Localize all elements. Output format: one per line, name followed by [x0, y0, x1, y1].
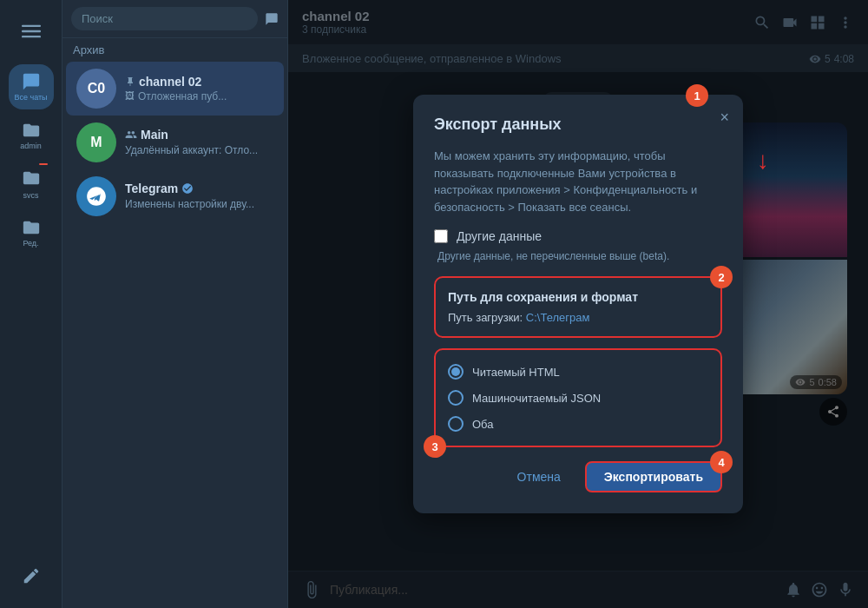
- cancel-button[interactable]: Отмена: [507, 463, 571, 491]
- radio-html-circle: [448, 364, 464, 380]
- chat-info-telegram: Telegram Изменены настройки дву...: [125, 182, 273, 211]
- export-modal: × Экспорт данных Мы можем хранить эту ин…: [413, 95, 743, 513]
- archive-label: Архив: [62, 38, 287, 62]
- format-section-wrapper: Читаемый HTML Машиночитаемый JSON Оба 3: [434, 348, 722, 447]
- sidebar-edit[interactable]: [9, 554, 54, 599]
- chat-item-channel02[interactable]: C0 channel 02 🖼 Отложенная пуб...: [66, 62, 284, 116]
- sidebar-admin-label: admin: [20, 142, 42, 150]
- step-badge-4: 4: [710, 451, 733, 473]
- radio-both-circle: [448, 416, 464, 432]
- chat-name-channel02: channel 02: [139, 75, 201, 89]
- radio-json[interactable]: Машиночитаемый JSON: [448, 385, 708, 411]
- group-icon: [125, 129, 137, 141]
- chat-preview-telegram: Изменены настройки дву...: [125, 198, 254, 210]
- modal-actions: Отмена Экспортировать 4: [434, 461, 722, 492]
- avatar-main: M: [76, 122, 116, 162]
- path-value[interactable]: C:\Телеграм: [526, 311, 590, 324]
- format-options: Читаемый HTML Машиночитаемый JSON Оба: [434, 348, 722, 447]
- path-row: Путь загрузки: C:\Телеграм: [448, 311, 708, 324]
- radio-json-label: Машиночитаемый JSON: [472, 392, 601, 405]
- sidebar-admin[interactable]: admin: [9, 113, 54, 158]
- chat-list-panel: Архив C0 channel 02 🖼 Отложенная пуб... …: [62, 0, 288, 608]
- path-section-title: Путь для сохранения и формат: [448, 290, 708, 304]
- chat-preview-channel02: Отложенная пуб...: [138, 90, 227, 102]
- other-data-label: Другие данные: [457, 229, 542, 243]
- step-badge-2: 2: [710, 266, 733, 288]
- sidebar-svcs-label: Ред.: [23, 239, 38, 248]
- chat-item-main[interactable]: M Main Удалённый аккаунт: Отло...: [66, 116, 284, 169]
- modal-description: Мы можем хранить эту информацию, чтобы п…: [434, 148, 722, 215]
- path-section: Путь для сохранения и формат Путь загруз…: [434, 276, 722, 338]
- feed-badge: [39, 163, 48, 165]
- verified-icon: [181, 182, 194, 195]
- modal-close-button[interactable]: ×: [720, 109, 729, 127]
- step-badge-3: 3: [424, 435, 446, 458]
- pin-icon: [125, 76, 135, 87]
- path-label: Путь загрузки:: [448, 311, 523, 324]
- svg-rect-0: [22, 25, 41, 27]
- main-chat-area: channel 02 3 подписчика Вложенное сообще…: [288, 0, 868, 608]
- export-button[interactable]: Экспортировать: [585, 461, 722, 492]
- radio-both-label: Оба: [472, 418, 494, 431]
- export-btn-wrapper: Экспортировать 4: [585, 461, 722, 492]
- arrow-down-annotation: ↓: [757, 147, 769, 175]
- chat-info-main: Main Удалённый аккаунт: Отло...: [125, 128, 273, 157]
- search-input[interactable]: [71, 7, 258, 30]
- modal-title: Экспорт данных: [434, 116, 722, 134]
- svg-rect-2: [22, 36, 41, 37]
- other-data-checkbox[interactable]: [434, 229, 448, 243]
- sidebar-all-chats[interactable]: Все чаты: [9, 64, 54, 109]
- step-badge-1: 1: [686, 84, 708, 107]
- sidebar-svcs[interactable]: Ред.: [9, 210, 54, 255]
- chat-item-telegram[interactable]: Telegram Изменены настройки дву...: [66, 169, 284, 223]
- compose-icon[interactable]: [265, 12, 279, 26]
- sidebar: Все чаты admin svcs Ред.: [0, 0, 62, 608]
- search-bar: [62, 0, 287, 38]
- radio-both[interactable]: Оба: [448, 411, 708, 437]
- other-data-desc: Другие данные, не перечисленные выше (be…: [437, 250, 722, 262]
- radio-html-label: Читаемый HTML: [472, 366, 560, 379]
- other-data-row: Другие данные: [434, 229, 722, 243]
- media-icon-label: 🖼: [125, 90, 135, 101]
- path-section-wrapper: Путь для сохранения и формат Путь загруз…: [434, 276, 722, 338]
- chat-preview-main: Удалённый аккаунт: Отло...: [125, 144, 258, 156]
- chat-name-main: Main: [141, 128, 168, 142]
- svg-rect-1: [22, 30, 41, 32]
- sidebar-feed-label: svcs: [23, 191, 39, 200]
- sidebar-all-chats-label: Все чаты: [14, 93, 47, 102]
- avatar-channel02: C0: [76, 69, 116, 109]
- avatar-telegram: [76, 176, 116, 216]
- sidebar-menu-button[interactable]: [9, 9, 54, 54]
- modal-overlay: × Экспорт данных Мы можем хранить эту ин…: [288, 0, 868, 608]
- radio-json-circle: [448, 390, 464, 406]
- radio-html[interactable]: Читаемый HTML: [448, 359, 708, 385]
- sidebar-feed[interactable]: svcs: [9, 162, 54, 207]
- chat-info-channel02: channel 02 🖼 Отложенная пуб...: [125, 75, 273, 102]
- chat-name-telegram: Telegram: [125, 182, 178, 195]
